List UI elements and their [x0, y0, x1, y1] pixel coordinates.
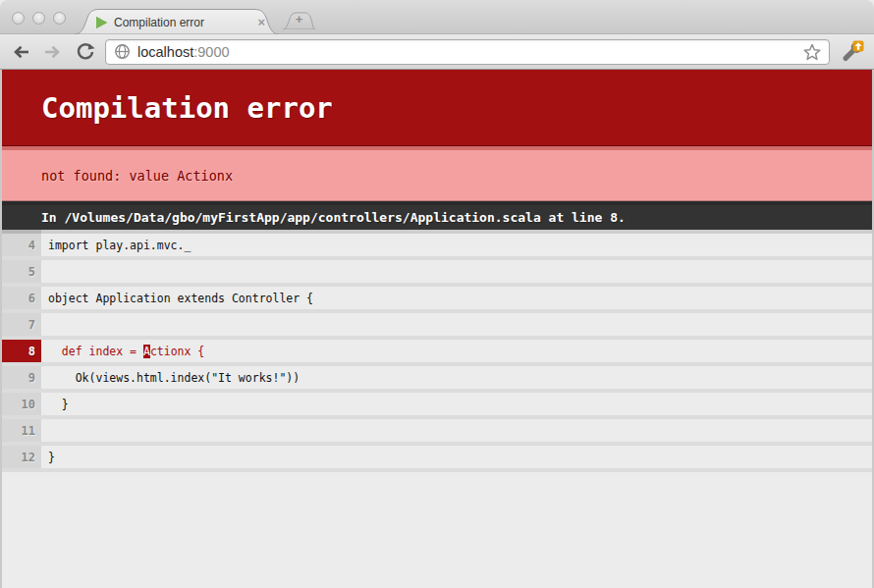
line-number: 11	[2, 419, 41, 442]
tab-close-icon[interactable]: ×	[257, 16, 265, 28]
browser-window: Compilation error × +	[0, 0, 874, 588]
line-number: 6	[2, 287, 41, 309]
code-text	[41, 419, 872, 442]
code-line: 8 def index = Actionx {	[2, 340, 872, 366]
line-number: 4	[2, 234, 41, 256]
error-marker: A	[143, 345, 150, 358]
back-button[interactable]	[8, 39, 33, 65]
page-title: Compilation error	[2, 70, 872, 146]
star-outline-icon	[803, 43, 821, 61]
code-text: import play.api.mvc._	[41, 234, 872, 256]
code-text: Ok(views.html.index("It works!"))	[41, 366, 872, 389]
window-close-button[interactable]	[12, 12, 25, 25]
tab-strip: Compilation error × +	[0, 0, 874, 34]
code-line: 12}	[2, 446, 872, 472]
forward-arrow-icon	[42, 43, 64, 61]
line-number: 5	[2, 260, 41, 283]
reload-button[interactable]	[73, 39, 98, 65]
wrench-icon	[839, 39, 864, 65]
tab-compilation-error[interactable]: Compilation error ×	[75, 8, 279, 34]
code-line: 9 Ok(views.html.index("It works!"))	[2, 366, 872, 393]
error-location: In /Volumes/Data/gbo/myFirstApp/app/cont…	[2, 201, 872, 230]
page-content: Compilation error not found: value Actio…	[0, 70, 874, 588]
browser-menu-button[interactable]	[837, 38, 866, 66]
url-port: :9000	[193, 44, 229, 60]
tab-title: Compilation error	[114, 16, 251, 29]
line-number: 10	[2, 393, 41, 415]
code-line: 4import play.api.mvc._	[2, 234, 872, 260]
line-number: 12	[2, 446, 41, 468]
code-text	[41, 313, 872, 336]
code-block: 4import play.api.mvc._56object Applicati…	[2, 230, 872, 472]
forward-button[interactable]	[40, 39, 66, 65]
code-text: object Application extends Controller {	[41, 287, 872, 309]
code-lines: 4import play.api.mvc._56object Applicati…	[2, 234, 872, 472]
browser-toolbar: localhost:9000	[0, 34, 874, 70]
back-arrow-icon	[10, 43, 31, 61]
code-text	[41, 260, 872, 283]
line-number: 8	[2, 340, 41, 362]
play-framework-favicon-icon	[96, 17, 107, 28]
reload-icon	[75, 41, 96, 63]
code-line: 5	[2, 260, 872, 287]
address-bar[interactable]: localhost:9000	[105, 39, 830, 65]
window-zoom-button[interactable]	[53, 12, 66, 25]
bookmark-star-button[interactable]	[803, 43, 821, 61]
url-host: localhost	[137, 44, 193, 60]
code-text: }	[41, 446, 872, 468]
globe-icon	[114, 43, 131, 60]
url-text[interactable]: localhost:9000	[137, 44, 230, 60]
code-line: 11	[2, 419, 872, 446]
line-number: 9	[2, 366, 41, 389]
code-line: 7	[2, 313, 872, 340]
error-detail: not found: value Actionx	[2, 146, 872, 201]
tab-content: Compilation error ×	[75, 8, 279, 34]
window-minimize-button[interactable]	[32, 12, 45, 25]
code-line: 10 }	[2, 393, 872, 419]
new-tab-button[interactable]: +	[283, 11, 315, 29]
code-text: }	[41, 393, 872, 415]
line-number: 7	[2, 313, 41, 336]
window-controls	[12, 12, 66, 25]
code-line: 6object Application extends Controller {	[2, 287, 872, 313]
code-text: def index = Actionx {	[41, 340, 872, 362]
plus-icon: +	[283, 11, 315, 29]
